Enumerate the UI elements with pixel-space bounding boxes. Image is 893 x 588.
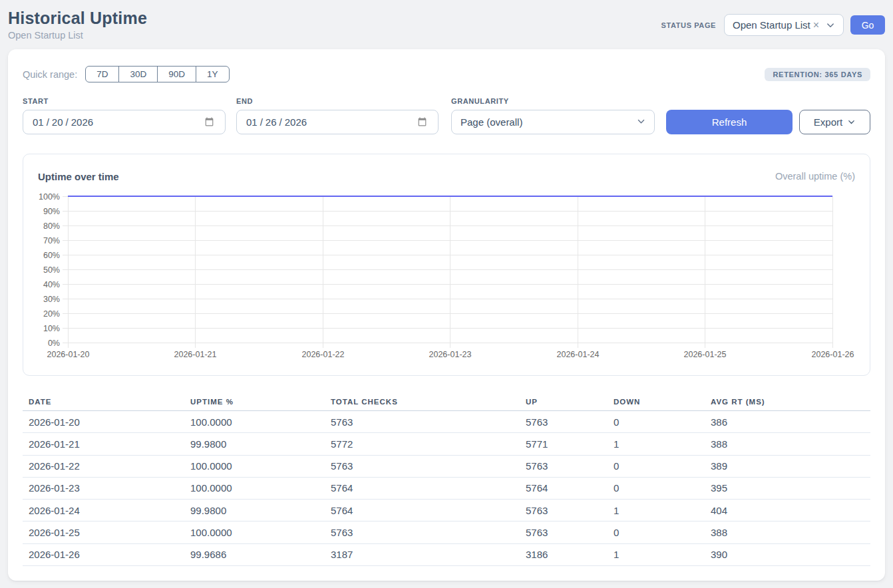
table-cell: 5763 — [325, 521, 520, 543]
refresh-button[interactable]: Refresh — [666, 110, 793, 134]
column-header-2: TOTAL CHECKS — [325, 398, 520, 411]
filters-row: START END GRANULARITY Page (overall) Ref… — [23, 97, 870, 134]
table-cell: 0 — [608, 455, 705, 477]
title-block: Historical Uptime Open Startup List — [8, 8, 147, 42]
svg-text:50%: 50% — [43, 265, 60, 275]
table-cell: 3186 — [520, 543, 608, 565]
quick-range-row: Quick range: 7D30D90D1Y RETENTION: 365 D… — [23, 66, 870, 82]
table-cell: 0 — [608, 521, 705, 543]
svg-text:2026-01-24: 2026-01-24 — [557, 350, 600, 359]
table-cell: 5763 — [520, 521, 608, 543]
svg-text:2026-01-26: 2026-01-26 — [812, 350, 854, 359]
table-cell: 2026-01-20 — [23, 411, 184, 433]
go-button[interactable]: Go — [850, 15, 885, 35]
quick-range-group: 7D30D90D1Y — [85, 66, 229, 82]
svg-text:70%: 70% — [43, 236, 60, 245]
table-cell: 2026-01-26 — [23, 543, 184, 565]
end-field: END — [236, 97, 439, 134]
column-header-3: UP — [520, 398, 608, 411]
svg-text:100%: 100% — [39, 192, 60, 202]
quick-range-label: Quick range: — [23, 69, 77, 80]
svg-text:0%: 0% — [48, 339, 60, 348]
quick-range-90d-button[interactable]: 90D — [157, 66, 196, 82]
table-cell: 386 — [705, 411, 870, 433]
table-cell: 2026-01-22 — [23, 455, 184, 477]
export-button[interactable]: Export — [799, 110, 870, 134]
table-cell: 100.0000 — [184, 411, 325, 433]
quick-range-7d-button[interactable]: 7D — [85, 66, 119, 82]
page-subtitle: Open Startup List — [8, 29, 147, 42]
quick-range-1y-button[interactable]: 1Y — [196, 66, 230, 82]
table-cell: 100.0000 — [184, 477, 325, 499]
uptime-table: DATEUPTIME %TOTAL CHECKSUPDOWNAVG RT (MS… — [23, 398, 870, 566]
table-row: 2026-01-20100.0000576357630386 — [23, 411, 870, 433]
svg-text:30%: 30% — [43, 295, 60, 304]
table-cell: 2026-01-21 — [23, 433, 184, 455]
clear-selection-icon[interactable]: × — [813, 19, 819, 31]
chevron-down-icon — [825, 20, 836, 31]
table-row: 2026-01-2199.9800577257711388 — [23, 433, 870, 455]
svg-text:90%: 90% — [43, 207, 60, 216]
table-cell: 5763 — [325, 455, 520, 477]
uptime-chart-card: Uptime over time Overall uptime (%) 0%10… — [23, 154, 870, 376]
svg-text:2026-01-20: 2026-01-20 — [47, 350, 90, 359]
svg-text:2026-01-22: 2026-01-22 — [302, 350, 345, 359]
uptime-line-chart: 0%10%20%30%40%50%60%70%80%90%100%2026-01… — [38, 188, 855, 359]
svg-text:10%: 10% — [43, 324, 60, 333]
table-cell: 395 — [705, 477, 870, 499]
column-header-1: UPTIME % — [184, 398, 325, 411]
end-date-input[interactable] — [236, 110, 439, 134]
table-row: 2026-01-2699.9686318731861390 — [23, 543, 870, 565]
table-cell: 1 — [608, 500, 705, 521]
svg-text:80%: 80% — [43, 221, 60, 231]
column-header-5: AVG RT (MS) — [705, 398, 870, 411]
table-cell: 99.9686 — [184, 543, 325, 565]
page-header: Historical Uptime Open Startup List STAT… — [8, 8, 885, 42]
table-row: 2026-01-22100.0000576357630389 — [23, 455, 870, 477]
svg-text:2026-01-25: 2026-01-25 — [684, 350, 727, 359]
table-cell: 5771 — [520, 433, 608, 455]
table-cell: 100.0000 — [184, 455, 325, 477]
table-row: 2026-01-2499.9800576457631404 — [23, 500, 870, 521]
table-cell: 2026-01-24 — [23, 500, 184, 521]
column-header-0: DATE — [23, 398, 184, 411]
granularity-select[interactable]: Page (overall) — [451, 110, 655, 134]
table-cell: 5763 — [520, 455, 608, 477]
status-page-selected-value: Open Startup List — [733, 19, 810, 31]
svg-text:2026-01-21: 2026-01-21 — [174, 350, 217, 359]
table-cell: 388 — [705, 521, 870, 543]
table-cell: 390 — [705, 543, 870, 565]
svg-text:20%: 20% — [43, 309, 60, 319]
table-cell: 5763 — [325, 411, 520, 433]
column-header-4: DOWN — [608, 398, 705, 411]
table-cell: 99.9800 — [184, 500, 325, 521]
start-label: START — [23, 97, 226, 105]
table-cell: 100.0000 — [184, 521, 325, 543]
granularity-field: GRANULARITY Page (overall) — [451, 97, 655, 134]
table-cell: 389 — [705, 455, 870, 477]
chart-header: Uptime over time Overall uptime (%) — [38, 169, 855, 184]
table-cell: 5764 — [325, 500, 520, 521]
table-cell: 5772 — [325, 433, 520, 455]
table-cell: 1 — [608, 433, 705, 455]
chevron-down-icon — [847, 118, 856, 126]
table-header-row: DATEUPTIME %TOTAL CHECKSUPDOWNAVG RT (MS… — [23, 398, 870, 411]
table-cell: 5764 — [325, 477, 520, 499]
table-cell: 5763 — [520, 500, 608, 521]
chart-legend: Overall uptime (%) — [775, 171, 855, 182]
main-card: Quick range: 7D30D90D1Y RETENTION: 365 D… — [8, 49, 885, 581]
retention-badge: RETENTION: 365 DAYS — [765, 68, 870, 81]
svg-text:2026-01-23: 2026-01-23 — [429, 350, 472, 359]
quick-range-30d-button[interactable]: 30D — [118, 66, 158, 82]
table-cell: 99.9800 — [184, 433, 325, 455]
start-date-input[interactable] — [23, 110, 226, 134]
table-cell: 0 — [608, 477, 705, 499]
page-title: Historical Uptime — [8, 8, 147, 28]
table-row: 2026-01-23100.0000576457640395 — [23, 477, 870, 499]
status-page-controls: STATUS PAGE Open Startup List × Go — [661, 14, 885, 36]
status-page-select[interactable]: Open Startup List × — [724, 14, 844, 36]
table-cell: 5764 — [520, 477, 608, 499]
table-cell: 388 — [705, 433, 870, 455]
table-cell: 0 — [608, 411, 705, 433]
table-cell: 404 — [705, 500, 870, 521]
